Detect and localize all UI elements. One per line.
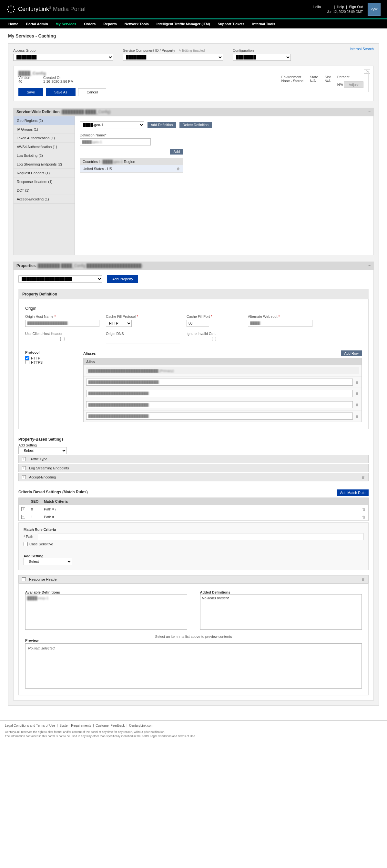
nav-reports[interactable]: Reports [99, 20, 121, 28]
alias-table: Alias 🗑 🗑 🗑 🗑 [83, 358, 362, 422]
expand-icon[interactable]: + [22, 457, 26, 461]
nav-my-services[interactable]: My Services [52, 20, 80, 28]
sidebar-ip-groups[interactable]: IP Groups (1) [13, 125, 75, 134]
sidebar-dct[interactable]: DCT (1) [13, 186, 75, 195]
collapse-icon[interactable]: − [21, 515, 25, 519]
sidebar-token-auth[interactable]: Token Authentication (1) [13, 134, 75, 143]
sidebar-geo-regions[interactable]: Geo Regions (2) [13, 116, 75, 125]
ignore-cert-checkbox[interactable] [186, 337, 241, 341]
footer-legal[interactable]: Legal Conditions and Terms of Use [5, 724, 55, 727]
trash-icon[interactable]: 🗑 [361, 475, 365, 479]
trash-icon[interactable]: 🗑 [355, 380, 359, 384]
client-host-checkbox[interactable] [25, 337, 99, 341]
sidebar-lua[interactable]: Lua Scripting (2) [13, 151, 75, 160]
collapse-icon[interactable]: − [368, 110, 371, 114]
add-property-button[interactable]: Add Property [107, 275, 138, 283]
config-select[interactable]: ████████ [233, 54, 291, 61]
logo-icon [6, 5, 15, 14]
nav-itm[interactable]: Intelligent Traffic Manager (ITM) [153, 20, 214, 28]
page-title: My Services - Caching [8, 33, 379, 38]
add-button[interactable]: Add [170, 149, 183, 155]
footer-cl[interactable]: CenturyLink.com [129, 724, 153, 727]
http-label: HTTP [31, 356, 40, 360]
expand-icon[interactable]: + [21, 507, 25, 511]
path-input[interactable] [38, 533, 363, 540]
cache-protocol-select[interactable]: HTTP [106, 320, 132, 327]
available-list[interactable]: ████-resp-1 [25, 594, 187, 630]
dns-input[interactable] [106, 337, 180, 344]
protocol-title: Protocol [25, 350, 70, 354]
adjust-button[interactable]: Adjust [344, 82, 363, 88]
trash-icon[interactable]: 🗑 [355, 392, 359, 395]
trash-icon[interactable]: 🗑 [361, 577, 365, 581]
property-select[interactable]: ████████████████████ [19, 275, 102, 283]
sidebar-accept-encoding[interactable]: Accept-Encoding (1) [13, 195, 75, 204]
match-table: SEQ Match Criteria + 0 Path = / 🗑 − 1 Pa… [19, 498, 368, 521]
collapse-icon[interactable]: − [22, 577, 26, 581]
nav-portal-admin[interactable]: Portal Admin [22, 20, 52, 28]
nav-support-tickets[interactable]: Support Tickets [214, 20, 248, 28]
add-row-button[interactable]: Add Row [341, 350, 362, 356]
delete-definition-button[interactable]: Delete Definition [179, 122, 212, 128]
swd-header[interactable]: Service-Wide Definition (████████ ████_C… [13, 107, 374, 116]
sidebar-log-streaming[interactable]: Log Streaming Endpoints (2) [13, 160, 75, 169]
add-match-rule-button[interactable]: Add Match Rule [337, 490, 368, 496]
properties-header[interactable]: Properties (████████ ████_Config ███████… [13, 261, 374, 270]
version-label: Version [19, 76, 30, 80]
response-header-label: Response Header [29, 577, 58, 581]
cache-port-input[interactable] [186, 320, 209, 327]
partner-logo: Vyvx [367, 3, 381, 16]
trash-icon[interactable]: 🗑 [177, 167, 180, 171]
alias-input[interactable] [86, 412, 353, 420]
sidebar-aws4-auth[interactable]: AWS4 Authentification (1) [13, 143, 75, 151]
alias-input [86, 367, 359, 374]
http-checkbox[interactable] [25, 356, 29, 360]
def-name-input[interactable] [80, 138, 151, 146]
expand-icon[interactable]: + [22, 475, 26, 479]
alias-input[interactable] [86, 390, 353, 397]
add-setting-select[interactable]: - Select - [19, 447, 67, 454]
help-link[interactable]: Help [337, 5, 344, 9]
internal-search-link[interactable]: Internal Search [350, 47, 374, 51]
origin-box: Origin Origin Host Name * Cache Fill Pro… [19, 299, 368, 429]
sidebar-req-headers[interactable]: Request Headers (1) [13, 169, 75, 178]
nav-home[interactable]: Home [4, 20, 22, 28]
host-input[interactable] [25, 320, 99, 327]
added-list[interactable]: No items present. [200, 594, 362, 630]
state-value: N/A [310, 79, 316, 83]
case-sensitive-checkbox[interactable] [24, 542, 28, 546]
save-as-button[interactable]: Save As [46, 88, 75, 96]
collapse-icon[interactable]: − [368, 264, 371, 268]
cancel-button[interactable]: Cancel [78, 88, 106, 96]
region-select[interactable]: ████-geo-1 [80, 121, 144, 128]
swd-sidebar: Geo Regions (2) IP Groups (1) Token Auth… [13, 116, 75, 255]
save-button[interactable]: Save [19, 88, 43, 96]
svg-point-1 [10, 12, 12, 13]
alias-row [83, 365, 361, 377]
alias-input[interactable] [86, 378, 353, 386]
trash-icon[interactable]: 🗑 [355, 414, 359, 418]
env-value: None - Stored [281, 79, 303, 83]
access-group-select[interactable]: ████████ [13, 54, 113, 61]
service-select[interactable]: ████████ [123, 54, 223, 61]
disclaimer: CenturyLink reserves the right to alter … [5, 730, 382, 738]
footer-feedback[interactable]: Customer Feedback [96, 724, 125, 727]
expand-icon[interactable]: + [22, 466, 26, 470]
trash-icon[interactable]: 🗑 [362, 507, 366, 511]
sidebar-resp-headers[interactable]: Response Headers (1) [13, 178, 75, 186]
alias-input[interactable] [86, 401, 353, 408]
rule-criteria-label: Match Rule Criteria [24, 528, 56, 531]
trash-icon[interactable]: 🗑 [355, 403, 359, 407]
footer-sysreq[interactable]: System Requirements [59, 724, 91, 727]
signout-link[interactable]: Sign Out [349, 5, 363, 9]
nav-network-tools[interactable]: Network Tools [121, 20, 153, 28]
nav-internal-tools[interactable]: Internal Tools [248, 20, 279, 28]
pbs-title: Property-Based Settings [19, 437, 368, 442]
add-setting-select[interactable]: - Select - [24, 558, 72, 565]
cache-protocol-label: Cache Fill Protocol * [106, 315, 180, 318]
add-definition-button[interactable]: Add Definition [147, 122, 176, 128]
trash-icon[interactable]: 🗑 [362, 515, 366, 519]
nav-orders[interactable]: Orders [80, 20, 99, 28]
https-checkbox[interactable] [25, 360, 29, 364]
webroot-input[interactable] [248, 320, 312, 327]
